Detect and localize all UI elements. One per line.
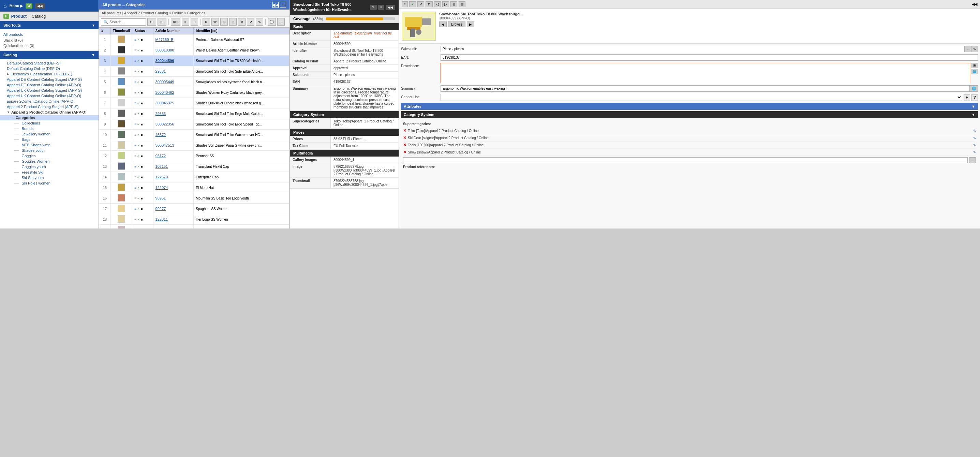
tree-item-mtb[interactable]: ──MTB Shorts wmn [0,142,99,148]
all-products-link[interactable]: All products [3,31,95,38]
detail-edit-btn[interactable]: ✎ [370,5,377,10]
collapse-button[interactable]: ◀◀ [35,3,45,8]
row-article[interactable]: 29531 [153,66,194,77]
tree-item-collections[interactable]: ──Collections [0,120,99,126]
row-article[interactable]: 103151 [153,161,194,172]
detail-expand-btn[interactable]: ◀◀ [386,5,395,10]
tool-col-btn[interactable]: ⊞ [229,18,237,25]
row-article[interactable]: 300040462 [153,87,194,98]
table-row[interactable]: 13 ≡ ✓ ■ 103151 Transplant Flexfit Cap [99,161,290,172]
right-expand-btn[interactable]: ⊞ [450,2,457,7]
row-article[interactable]: M27160_B [153,35,194,45]
table-row[interactable]: 19 ≡ ✓ ■ 118893 I Love Tee SS Women [99,225,290,229]
tool-export-btn[interactable]: ↗ [247,18,255,25]
right-check-btn[interactable]: ✓ [409,2,416,7]
table-row[interactable]: 4 ≡ ✓ ■ 29531 Snowboard Ski Tool Toko Si… [99,66,290,77]
tree-item-app-de-o[interactable]: Apparel DE Content Catalog Online (APP-O… [0,82,99,88]
row-article[interactable]: 300022356 [153,119,194,130]
row-article[interactable]: 300047513 [153,140,194,151]
tree-item-app-uk-o[interactable]: Apparel UK Content Catalog Online (APP-O… [0,93,99,99]
tree-item-brands[interactable]: ──Brands [0,126,99,131]
row-article[interactable]: 300310300 [153,45,194,56]
cat-delete-3[interactable]: ✕ [403,150,406,154]
table-row[interactable]: 3 ≡ ✓ ■ 300044599 Snowboard Ski Tool Tok… [99,56,290,66]
table-row[interactable]: 6 ≡ ✓ ■ 300040462 Shades Women Roxy Carl… [99,87,290,98]
desc-globe-btn[interactable]: 🌐 [971,69,978,74]
right-menu-btn[interactable]: ≡ [402,2,408,7]
cat-input[interactable] [403,157,968,163]
row-article[interactable]: 300005449 [153,77,194,87]
tree-item-ele[interactable]: ▶Electronics Classification 1.0 (ELE-1) [0,71,99,77]
tool-filter-btn[interactable]: ⚙ [202,18,210,25]
form-salesunit-input[interactable] [441,46,964,52]
form-gender-add-btn[interactable]: + [964,94,970,101]
shortcuts-section[interactable]: Shortcuts ▼ [0,21,99,29]
tree-item-def-s[interactable]: Default-Catalog Staged (DEF-S) [0,61,99,66]
prev-arrow-btn[interactable]: ◀ [439,21,447,27]
tool-list-view[interactable]: ≡ [182,18,189,25]
quickcollection-link[interactable]: Quickcollection (0) [3,43,95,48]
catalog-label[interactable]: Catalog [32,14,46,19]
search-input[interactable] [110,20,143,24]
tree-item-app-de-s[interactable]: Apparel DE Content Catalog Staged (APP-S… [0,77,99,82]
form-ean-input[interactable] [441,54,978,61]
row-article[interactable]: 300045375 [153,98,194,108]
tree-item-freestyle[interactable]: ──Freestyle Ski [0,169,99,175]
right-prev-btn[interactable]: ◁ [434,2,441,7]
tree-item-goggles[interactable]: ──Goggles [0,153,99,159]
cat-delete-2[interactable]: ✕ [403,143,406,147]
row-article[interactable]: 118893 [153,225,194,229]
tree-item-app-uk-s[interactable]: Apparel UK Content Catalog Staged (APP-S… [0,88,99,93]
table-row[interactable]: 9 ≡ ✓ ■ 300022356 Snowboard Ski Tool Tok… [99,119,290,130]
right-link-btn[interactable]: ↗ [417,2,424,7]
form-gender-help-btn[interactable]: ? [972,94,978,101]
table-row[interactable]: 8 ≡ ✓ ■ 29533 Snowboard Ski Tool Toko Er… [99,108,290,119]
tree-item-app2-prod-s[interactable]: Apparel 2 Product Catalog Staged (APP-S) [0,104,99,110]
tree-item-app2-o[interactable]: apparel2ContentCatalog Online (APP-O) [0,99,99,104]
tree-item-shades-youth[interactable]: ──Shades youth [0,148,99,153]
right-gear-btn[interactable]: ⚙ [426,2,433,7]
table-row[interactable]: 16 ≡ ✓ ■ 98951 Mountain SS Basic Tee Log… [99,193,290,204]
tool-edit-btn[interactable]: ✎ [256,18,263,25]
panel-add-btn[interactable]: + [280,2,286,8]
home-icon[interactable]: ⌂ [3,3,7,9]
row-article[interactable]: 29533 [153,108,194,119]
tool-add-btn[interactable]: ✦+ [147,18,156,25]
next-arrow-btn[interactable]: ▶ [467,21,474,27]
tree-item-ski-set[interactable]: ──Ski Set youth [0,175,99,180]
browse-btn[interactable]: Browse [448,21,465,27]
table-row[interactable]: 12 ≡ ✓ ■ 96172 Pennant SS [99,151,290,161]
tree-item-ski-poles[interactable]: ──Ski Poles women [0,180,99,186]
form-summary-globe-btn[interactable]: 🌐 [970,85,978,92]
table-row[interactable]: 2 ≡ ✓ ■ 300310300 Wallet Dakine Agent Le… [99,45,290,56]
cat-edit-2[interactable]: ✎ [973,143,976,147]
table-row[interactable]: 11 ≡ ✓ ■ 300047513 Shades Von Zipper Pap… [99,140,290,151]
form-salesunit-btn[interactable]: ... [964,46,971,52]
cat-edit-3[interactable]: ✎ [973,150,976,154]
table-row[interactable]: 17 ≡ ✓ ■ 99277 Spaghetti SS Women [99,204,290,214]
cat-input-btn[interactable]: ... [969,157,976,163]
tree-item-bags[interactable]: ──Bags [0,137,99,142]
attributes-section-header[interactable]: Attributes ▼ [401,103,978,110]
detail-menu-btn[interactable]: ≡ [378,5,384,10]
tool-grid-view[interactable]: ⊞⊞ [171,18,180,25]
tool-plus-btn[interactable]: + [277,18,285,25]
tool-move-btn[interactable]: ⊠ [238,18,245,25]
form-desc-textarea[interactable] [441,63,970,83]
desc-expand-btn[interactable]: ⊞ [971,63,978,68]
row-article[interactable]: 122811 [153,214,194,225]
category-system-section-header[interactable]: Category System ▼ [401,111,978,118]
cat-delete-0[interactable]: ✕ [403,128,406,133]
blacklist-link[interactable]: Blacklist (0) [3,38,95,43]
cat-delete-1[interactable]: ✕ [403,135,406,140]
product-label[interactable]: Product [11,14,27,19]
row-article[interactable]: 98951 [153,193,194,204]
table-row[interactable]: 5 ≡ ✓ ■ 300005449 Snowglasses adidas eye… [99,77,290,87]
tool-copy-btn[interactable]: ⊞+ [158,18,166,25]
row-article[interactable]: 99277 [153,204,194,214]
tree-item-goggles-youth[interactable]: ──Goggles youth [0,164,99,169]
form-summary-input[interactable] [441,85,970,92]
catalog-section[interactable]: Catalog ▼ [0,51,99,59]
tree-item-goggles-women[interactable]: ──Goggles Women [0,159,99,164]
row-article[interactable]: 122074 [153,183,194,193]
